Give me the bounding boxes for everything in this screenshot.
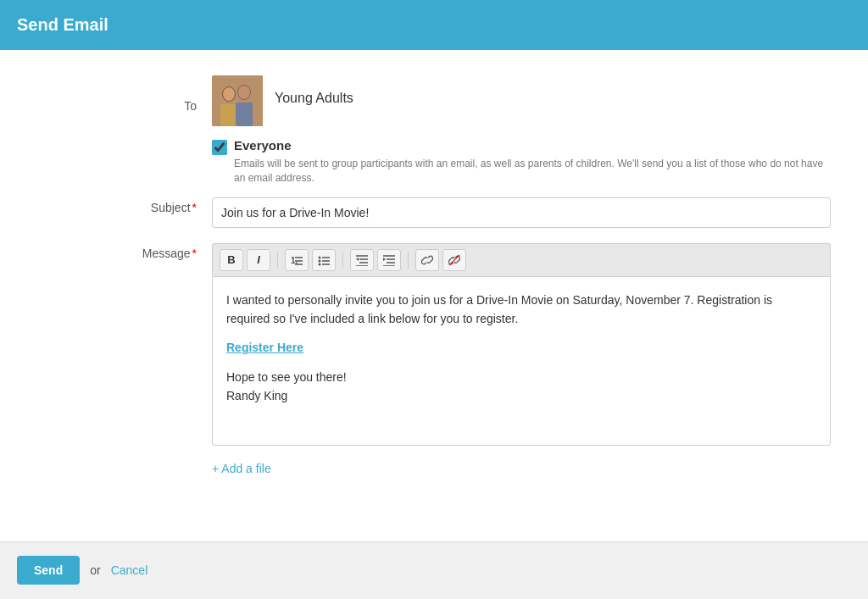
link-button[interactable] (415, 249, 439, 271)
add-file-link[interactable]: + Add a file (212, 462, 271, 475)
add-file-row: + Add a file (212, 461, 851, 476)
everyone-checkbox[interactable] (212, 140, 227, 155)
svg-point-6 (238, 86, 250, 99)
message-row: Message* B I 1. (17, 243, 851, 446)
subject-input[interactable] (212, 197, 831, 228)
message-body-line1: I wanted to personally invite you to joi… (226, 291, 816, 329)
subject-row: Subject* (17, 197, 851, 228)
svg-line-27 (449, 254, 459, 264)
everyone-description: Emails will be sent to group participant… (234, 157, 827, 186)
indent-in-icon (356, 254, 368, 266)
message-editor[interactable]: I wanted to personally invite you to joi… (212, 276, 831, 446)
svg-point-12 (319, 259, 321, 262)
message-body-line2: Hope to see you there! (226, 368, 816, 386)
subject-label: Subject* (17, 197, 212, 214)
unlink-button[interactable] (442, 249, 466, 271)
svg-point-5 (223, 87, 235, 101)
everyone-checkbox-wrapper[interactable]: Everyone Emails will be sent to group pa… (212, 138, 827, 186)
toolbar-separator-3 (408, 252, 409, 269)
svg-rect-4 (236, 103, 253, 126)
footer: Send or Cancel (0, 541, 868, 598)
message-label: Message* (17, 243, 212, 260)
bold-icon: B (227, 253, 235, 266)
message-required: * (192, 247, 197, 260)
ordered-list-button[interactable]: 1. (285, 249, 309, 271)
message-body-line3: Randy King (226, 386, 816, 405)
or-text: or (90, 563, 100, 577)
message-area: B I 1. (212, 243, 831, 446)
indent-out-button[interactable] (377, 249, 401, 271)
everyone-row: Everyone Emails will be sent to group pa… (212, 138, 851, 186)
main-content: To Young Adults Everyone Emails will be … (0, 50, 868, 541)
message-toolbar: B I 1. (212, 243, 831, 276)
link-icon (421, 254, 433, 266)
to-label: To (17, 75, 212, 113)
unordered-list-button[interactable] (312, 249, 336, 271)
unordered-list-icon (318, 254, 330, 266)
unlink-icon (448, 254, 460, 266)
toolbar-separator-1 (277, 252, 278, 269)
svg-point-13 (319, 263, 321, 265)
italic-icon: I (257, 253, 260, 266)
page-title: Send Email (17, 15, 108, 34)
svg-marker-26 (383, 258, 386, 261)
ordered-list-icon: 1. (291, 254, 303, 266)
group-name: Young Adults (275, 75, 353, 106)
group-thumbnail (212, 75, 263, 126)
indent-out-icon (383, 254, 395, 266)
svg-marker-21 (356, 258, 359, 261)
italic-button[interactable]: I (247, 249, 270, 271)
toolbar-separator-2 (342, 252, 343, 269)
cancel-link[interactable]: Cancel (111, 563, 148, 577)
svg-point-11 (319, 256, 321, 258)
to-row: To Young Adults (17, 75, 851, 126)
register-link[interactable]: Register Here (226, 341, 303, 354)
subject-required: * (192, 201, 197, 214)
send-button[interactable]: Send (17, 556, 80, 585)
indent-in-button[interactable] (350, 249, 374, 271)
bold-button[interactable]: B (220, 249, 243, 271)
svg-rect-3 (220, 104, 237, 126)
everyone-label[interactable]: Everyone (234, 138, 292, 153)
page-header: Send Email (0, 0, 868, 50)
